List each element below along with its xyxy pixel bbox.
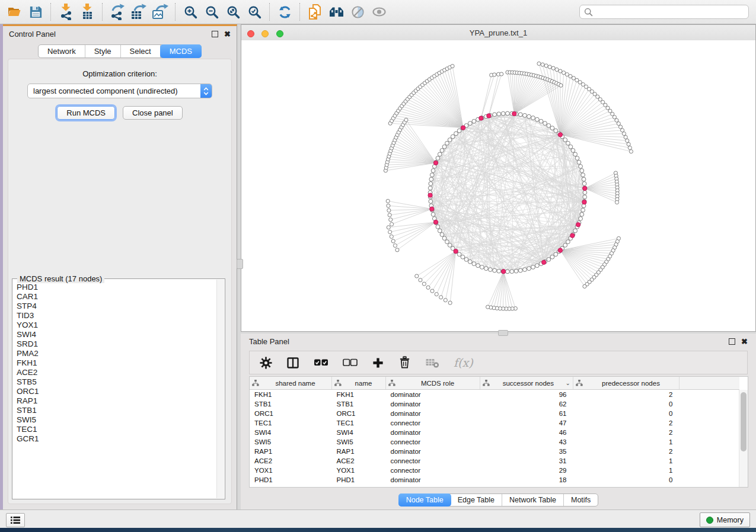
show-column-panel-button[interactable] (286, 357, 299, 369)
cell-predecessor_nodes[interactable]: 1 (573, 437, 680, 447)
table-row[interactable]: YOX1YOX1connector291 (250, 466, 739, 475)
cell-successor_nodes[interactable]: 43 (480, 437, 573, 447)
export-table-button[interactable] (128, 2, 149, 22)
mcds-list-scrollbar[interactable] (216, 280, 224, 498)
create-column-button[interactable] (372, 357, 384, 369)
run-mcds-button[interactable]: Run MCDS (57, 106, 115, 120)
export-network-button[interactable] (107, 2, 128, 22)
network-window-titlebar[interactable]: YPA_prune.txt_1 (241, 25, 755, 41)
mcds-result-item[interactable]: SRD1 (17, 339, 217, 349)
first-neighbors-button[interactable] (326, 2, 347, 22)
tab-node-table[interactable]: Node Table (398, 493, 451, 507)
mcds-result-item[interactable]: RAP1 (17, 396, 217, 406)
cell-name[interactable]: STB1 (332, 399, 386, 409)
table-row[interactable]: TEC1TEC1connector472 (250, 418, 739, 428)
mcds-result-item[interactable]: PMA2 (17, 349, 217, 358)
table-row[interactable]: RAP1RAP1dominator352 (250, 447, 739, 456)
mcds-result-item[interactable]: CAR1 (17, 292, 217, 302)
column-header-name[interactable]: name (332, 377, 386, 390)
cell-successor_nodes[interactable]: 35 (480, 447, 573, 456)
delete-table-button-disabled[interactable] (425, 357, 439, 368)
cell-mcds_role[interactable]: connector (386, 437, 480, 447)
table-row[interactable]: SWI5SWI5connector431 (250, 437, 739, 447)
import-network-button[interactable] (55, 2, 76, 22)
table-scrollbar-thumb[interactable] (741, 392, 747, 451)
zoom-in-button[interactable] (180, 2, 201, 22)
cell-name[interactable]: ACE2 (332, 456, 386, 466)
save-session-button[interactable] (25, 2, 46, 22)
table-row[interactable]: STB1STB1dominator620 (250, 399, 739, 409)
table-row[interactable]: PHD1PHD1dominator180 (250, 475, 739, 485)
cell-mcds_role[interactable]: dominator (386, 390, 480, 400)
table-row[interactable]: FKH1FKH1dominator962 (250, 390, 739, 400)
close-panel-icon[interactable]: ✖ (741, 338, 748, 345)
cell-shared_name[interactable]: SWI5 (250, 437, 332, 447)
function-builder-button-disabled[interactable]: f(x) (454, 356, 473, 369)
cell-predecessor_nodes[interactable]: 1 (573, 466, 680, 475)
close-panel-icon[interactable]: ✖ (224, 30, 231, 38)
tab-edge-table[interactable]: Edge Table (451, 494, 502, 506)
vertical-splitter-handle[interactable] (237, 259, 243, 269)
column-header-shared_name[interactable]: shared name (250, 377, 332, 390)
cell-predecessor_nodes[interactable]: 0 (573, 409, 680, 418)
deselect-all-rows-button[interactable] (343, 358, 358, 367)
cell-shared_name[interactable]: STB1 (250, 399, 332, 409)
cell-successor_nodes[interactable]: 31 (480, 456, 573, 466)
cell-name[interactable]: YOX1 (332, 466, 386, 475)
cell-successor_nodes[interactable]: 47 (480, 418, 573, 428)
minimize-window-icon[interactable] (261, 30, 269, 37)
cell-mcds_role[interactable]: dominator (386, 428, 480, 437)
cell-mcds_role[interactable]: dominator (386, 399, 480, 409)
mcds-result-item[interactable]: GCR1 (17, 434, 217, 444)
cell-shared_name[interactable]: ORC1 (250, 409, 332, 418)
cell-mcds_role[interactable]: dominator (386, 409, 480, 418)
mcds-result-item[interactable]: YOX1 (17, 321, 217, 330)
open-session-button[interactable] (4, 2, 25, 22)
float-panel-icon[interactable] (729, 338, 735, 345)
memory-button[interactable]: Memory (700, 512, 750, 527)
tab-motifs[interactable]: Motifs (564, 494, 598, 506)
maximize-window-icon[interactable] (276, 30, 283, 37)
cell-mcds_role[interactable]: connector (386, 418, 480, 428)
mcds-result-list[interactable]: PHD1CAR1STP4TID3YOX1SWI4SRD1PMA2FKH1ACE2… (13, 283, 217, 498)
network-from-selection-button[interactable] (304, 2, 326, 22)
cell-predecessor_nodes[interactable]: 2 (573, 447, 680, 456)
tab-select[interactable]: Select (121, 45, 161, 57)
cell-successor_nodes[interactable]: 62 (480, 399, 573, 409)
cell-predecessor_nodes[interactable]: 2 (573, 418, 680, 428)
cell-predecessor_nodes[interactable]: 1 (573, 456, 680, 466)
mcds-result-item[interactable]: STB5 (17, 377, 217, 387)
cell-mcds_role[interactable]: dominator (386, 447, 480, 456)
cell-shared_name[interactable]: RAP1 (250, 447, 332, 456)
mcds-result-item[interactable]: ACE2 (17, 368, 217, 377)
table-settings-button[interactable] (260, 357, 272, 369)
mcds-result-item[interactable]: SWI5 (17, 415, 217, 425)
zoom-fit-button[interactable] (222, 2, 244, 22)
cell-successor_nodes[interactable]: 46 (480, 428, 573, 437)
tab-network[interactable]: Network (39, 45, 85, 57)
cell-mcds_role[interactable]: connector (386, 466, 480, 475)
cell-predecessor_nodes[interactable]: 0 (573, 475, 680, 485)
cell-successor_nodes[interactable]: 61 (480, 409, 573, 418)
network-canvas[interactable] (241, 40, 755, 331)
column-header-predecessor_nodes[interactable]: predecessor nodes (573, 377, 680, 390)
horizontal-splitter-handle[interactable] (498, 330, 508, 336)
close-window-icon[interactable] (247, 30, 254, 37)
mcds-result-item[interactable]: TEC1 (17, 425, 217, 434)
cell-name[interactable]: SWI5 (332, 437, 386, 447)
optimization-criterion-select[interactable]: largest connected component (undirected) (27, 84, 212, 98)
import-table-button[interactable] (76, 2, 98, 22)
cell-predecessor_nodes[interactable]: 0 (573, 399, 680, 409)
cell-shared_name[interactable]: PHD1 (250, 475, 332, 485)
column-header-mcds_role[interactable]: MCDS role (386, 377, 480, 390)
mcds-result-item[interactable]: FKH1 (17, 358, 217, 368)
cell-mcds_role[interactable]: connector (386, 456, 480, 466)
cell-successor_nodes[interactable]: 18 (480, 475, 573, 485)
mcds-result-item[interactable]: PHD1 (17, 283, 217, 292)
tab-style[interactable]: Style (85, 45, 121, 57)
cell-predecessor_nodes[interactable]: 2 (573, 390, 680, 400)
tab-mcds[interactable]: MCDS (160, 44, 202, 58)
refresh-button[interactable] (274, 2, 295, 22)
mcds-result-item[interactable]: STP4 (17, 302, 217, 311)
export-image-button[interactable] (149, 2, 171, 22)
